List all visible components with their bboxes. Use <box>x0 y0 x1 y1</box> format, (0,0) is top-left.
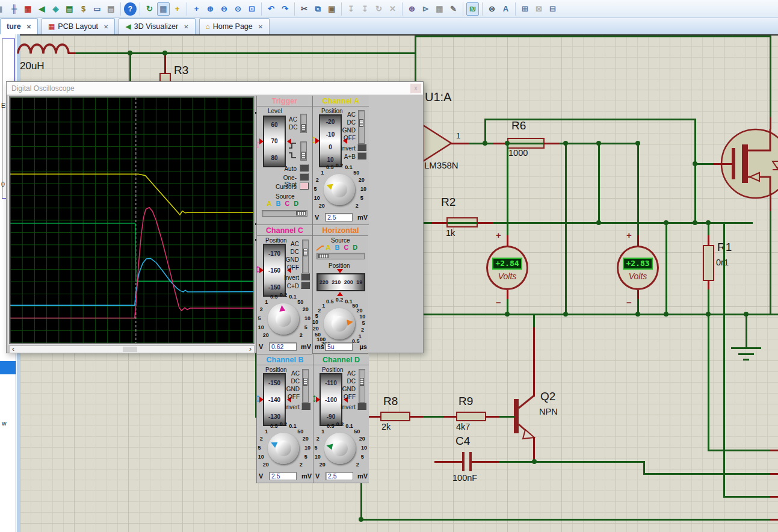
junction-dot <box>664 220 668 225</box>
channel-b-position-arrows-icon[interactable]: ↕ <box>255 392 261 405</box>
channel-c-coupling-switch[interactable] <box>302 240 309 273</box>
oscilloscope-display <box>9 96 255 344</box>
r8-value-label: 2k <box>381 422 391 431</box>
wire <box>533 327 535 397</box>
r2-value-label: 1k <box>446 228 455 238</box>
channel-a-coupling-switch[interactable] <box>358 110 365 144</box>
resistor-r1[interactable] <box>703 245 714 281</box>
wire <box>431 222 447 224</box>
c4-ref-label: C4 <box>455 435 470 448</box>
wire <box>507 235 508 246</box>
wire <box>533 437 535 462</box>
trigger-level-wheel[interactable]: 607080 <box>263 116 286 167</box>
voltmeter-1[interactable]: +2.84 Volts <box>486 246 528 290</box>
junction-dot <box>532 459 537 464</box>
oscilloscope-window[interactable]: Digital Oscilloscope x ‹ › Trigger Level… <box>6 81 424 353</box>
scroll-right-icon[interactable]: › <box>249 345 252 353</box>
channel-a-sum-button[interactable] <box>357 152 366 159</box>
junction-dot <box>706 220 711 225</box>
voltmeter-2[interactable]: +2.83 Volts <box>617 246 659 290</box>
channel-b-gain-knob[interactable]: 0.50.20.1125102050201052 <box>257 418 313 475</box>
junction-dot <box>505 141 510 146</box>
r9-ref-label: R9 <box>458 395 473 408</box>
scroll-thumb[interactable] <box>123 347 137 352</box>
channel-b-title: Channel B <box>257 354 313 365</box>
channel-d-position-arrows-icon[interactable]: ↕ <box>312 392 318 405</box>
channel-c-position-arrows-icon[interactable]: ↕ <box>255 262 261 276</box>
junction-dot <box>483 141 487 146</box>
wire <box>394 314 778 315</box>
channel-c-title: Channel C <box>257 225 312 235</box>
wire <box>544 143 559 144</box>
channel-c-invert-button[interactable] <box>301 273 310 280</box>
trigger-coupling-switch[interactable] <box>300 114 307 133</box>
wire <box>708 450 771 451</box>
wire <box>434 461 463 463</box>
trigger-source-slider[interactable] <box>262 210 307 217</box>
wire <box>743 359 749 360</box>
wire <box>770 36 771 119</box>
oscilloscope-scrollbar[interactable]: ‹ › <box>9 345 255 353</box>
scroll-left-icon[interactable]: ‹ <box>12 345 14 353</box>
wire <box>738 353 754 355</box>
channel-c-gain-value[interactable]: 0.62 <box>269 342 297 351</box>
channel-b-coupling-switch[interactable] <box>302 369 309 403</box>
channel-b-invert-button[interactable] <box>301 403 310 410</box>
trigger-auto-button[interactable] <box>300 164 309 172</box>
r9-value-label: 4k7 <box>456 422 470 431</box>
junction-dot <box>505 312 510 317</box>
channel-a-gain-value[interactable]: 2.5 <box>325 213 353 221</box>
r6-value-label: 1000 <box>508 148 528 158</box>
close-icon[interactable]: x <box>410 84 421 93</box>
channel-d-panel: Channel D Position ↕ -110-100-90 AC DC G… <box>313 354 369 483</box>
l1-value-label: 20uH <box>20 60 45 72</box>
junction-dot <box>693 220 697 225</box>
q2-part-label: NPN <box>539 407 558 416</box>
wire <box>533 314 535 329</box>
trigger-edge-switch[interactable] <box>300 141 307 161</box>
horizontal-position-wheel[interactable]: 22021020019 <box>316 273 365 291</box>
r3-ref-label: R3 <box>174 64 188 77</box>
trigger-panel: Trigger Level ↕ 607080 AC DC Auto One-Sh… <box>256 96 312 225</box>
wire <box>770 473 778 475</box>
horizontal-timebase-value[interactable]: 5u <box>325 342 353 351</box>
resistor-r9[interactable] <box>456 412 486 421</box>
channel-a-position-arrows-icon[interactable]: ↕ <box>311 133 317 146</box>
channel-d-invert-button[interactable] <box>357 403 366 410</box>
channel-c-gain-knob[interactable]: 0.50.20.1125102050201052 <box>257 289 313 345</box>
wire <box>410 416 423 418</box>
wire <box>694 119 696 223</box>
wire <box>713 163 732 165</box>
r8-ref-label: R8 <box>383 395 398 408</box>
u1-part-label: LM358N <box>424 160 458 170</box>
channel-d-title: Channel D <box>313 354 369 365</box>
channel-d-coupling-switch[interactable] <box>359 369 365 403</box>
q2-ref-label: Q2 <box>540 390 555 403</box>
resistor-r8[interactable] <box>380 412 410 421</box>
junction-dot <box>162 51 167 55</box>
wire <box>368 416 381 418</box>
channel-b-gain-value[interactable]: 2.5 <box>269 472 297 480</box>
inductor-icon <box>18 45 69 54</box>
trigger-level-arrows-icon[interactable]: ↕ <box>255 138 261 151</box>
channel-a-invert-button[interactable] <box>357 144 366 151</box>
wire <box>770 117 771 129</box>
channel-a-gain-knob[interactable]: 0.50.20.1125102050201052 <box>313 159 369 216</box>
channel-c-sum-button[interactable] <box>301 282 310 289</box>
wire <box>770 193 771 212</box>
wire <box>770 496 778 498</box>
r1-value-label: 0r1 <box>716 258 729 267</box>
channel-a-panel: Channel A Position ↕ -20-10010 AC DC GND… <box>312 96 369 225</box>
junction-dot <box>128 51 132 55</box>
channel-d-gain-knob[interactable]: 0.50.20.1125102050201052 <box>313 418 369 475</box>
wire <box>643 461 645 474</box>
horizontal-source-slider[interactable] <box>316 253 365 259</box>
trigger-cursors-button[interactable] <box>300 182 309 190</box>
horizontal-timebase-knob[interactable]: 0.50.20.11251020501002005020105210.5 <box>313 294 369 350</box>
trigger-oneshot-button[interactable] <box>300 173 309 181</box>
channel-d-gain-value[interactable]: 2.5 <box>326 472 353 480</box>
proteus-window: ▮╫▦◀◈▤$▭▤?↻▦++⊕⊖⊙⊡↶↷✂⧉▣↧↧↻✕⊕⊳▦✎₪⊚A⊞⊠⊟ tu… <box>0 0 778 532</box>
oscilloscope-titlebar[interactable]: Digital Oscilloscope x <box>7 82 423 95</box>
wire <box>598 143 600 223</box>
r2-ref-label: R2 <box>441 196 455 209</box>
